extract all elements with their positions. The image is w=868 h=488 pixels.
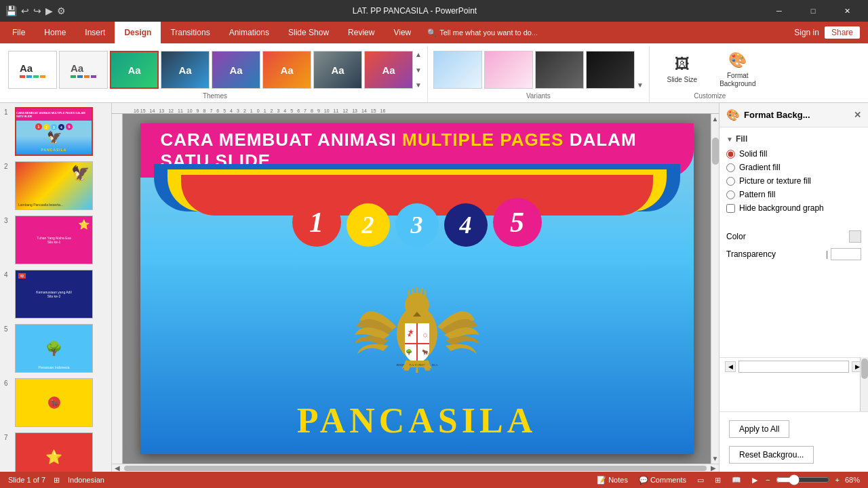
present-icon[interactable]: ▶ — [45, 5, 53, 16]
slide-sorter-button[interactable]: ⊞ — [712, 474, 724, 486]
redo-icon[interactable]: ↪ — [33, 5, 41, 16]
format-panel-close[interactable]: ✕ — [854, 110, 861, 120]
variant-1[interactable] — [433, 51, 482, 89]
scrollbar-thumb-h[interactable] — [124, 466, 707, 471]
slide-thumb-7[interactable]: ⭐ — [15, 432, 93, 472]
slide-thumb-4[interactable]: Kemanusiaan yang AdilSila ke-2 ⛓ — [15, 270, 93, 319]
pattern-fill-radio[interactable] — [726, 190, 735, 199]
horizontal-scrollbar[interactable]: ◀ ▶ — [112, 464, 719, 472]
variant-3[interactable] — [535, 51, 584, 89]
slideshow-button[interactable]: ▶ — [749, 474, 760, 486]
tab-view[interactable]: View — [384, 22, 420, 43]
variants-expand[interactable]: ▼ — [637, 81, 644, 89]
format-background-button[interactable]: 🎨 Format Background — [711, 49, 765, 90]
normal-view-button[interactable]: ▭ — [694, 474, 707, 486]
scroll-left-btn[interactable]: ◀ — [115, 464, 120, 472]
notes-button[interactable]: 📝 Notes — [594, 474, 631, 486]
undo-icon[interactable]: ↩ — [21, 5, 29, 16]
maximize-button[interactable]: □ — [797, 0, 829, 22]
slide-size-button[interactable]: 🖼 Slide Size — [655, 49, 709, 90]
tab-file[interactable]: File — [3, 22, 35, 43]
pattern-fill-option[interactable]: Pattern fill — [726, 190, 861, 199]
share-button[interactable]: Share — [825, 26, 860, 39]
number-button-4[interactable]: 4 — [444, 203, 488, 247]
reading-view-button[interactable]: 📖 — [729, 474, 744, 486]
transparency-input[interactable]: 0% — [831, 248, 861, 260]
themes-expand[interactable]: ▼ — [415, 81, 422, 89]
svg-text:🐂: 🐂 — [422, 348, 429, 355]
theme-4[interactable]: Aa — [161, 51, 210, 89]
number-button-1[interactable]: 1 — [292, 198, 341, 247]
close-button[interactable]: ✕ — [831, 0, 863, 22]
vertical-scrollbar[interactable]: ▲ ▼ — [711, 114, 719, 464]
theme-5[interactable]: Aa — [212, 51, 260, 89]
theme-7[interactable]: Aa — [313, 51, 362, 89]
number-button-3[interactable]: 3 — [395, 203, 439, 247]
solid-fill-radio[interactable] — [726, 150, 735, 159]
panel-scroll-left[interactable]: ◀ — [725, 361, 736, 372]
slide-item-2[interactable]: 2 🦅 Lambang Pancasila beserta... — [3, 160, 108, 211]
tab-animations[interactable]: Animations — [220, 22, 279, 43]
solid-fill-option[interactable]: Solid fill — [726, 149, 861, 159]
zoom-level[interactable]: 68% — [845, 476, 860, 484]
tab-design[interactable]: Design — [115, 22, 161, 43]
themes-scroll-up[interactable]: ▲ — [415, 51, 422, 58]
variant-2[interactable] — [484, 51, 533, 89]
themes-scroll-down[interactable]: ▼ — [415, 66, 422, 74]
minimize-button[interactable]: ─ — [764, 0, 795, 22]
tell-me-input[interactable]: Tell me what you want to do... — [439, 28, 538, 37]
theme-6[interactable]: Aa — [262, 51, 311, 89]
comments-button[interactable]: 💬 Comments — [636, 474, 689, 486]
number-button-2[interactable]: 2 — [347, 203, 390, 247]
color-picker[interactable] — [849, 230, 861, 243]
slide-item-3[interactable]: 3 Tuhan Yang Maha EsaSila ke-1 ⭐ — [3, 214, 108, 266]
language-indicator[interactable]: Indonesian — [68, 476, 104, 484]
hide-background-checkbox[interactable] — [726, 204, 735, 213]
slide-item-5[interactable]: 5 🌳 Persatuan Indonesia — [3, 323, 108, 374]
tab-review[interactable]: Review — [338, 22, 384, 43]
slide-thumb-6[interactable]: 🐂 — [15, 378, 93, 427]
reset-background-button[interactable]: Reset Backgrou... — [729, 446, 814, 464]
theme-8[interactable]: Aa — [364, 51, 413, 89]
main-slide[interactable]: CARA MEMBUAT ANIMASI MULTIPLE PAGES DALA… — [140, 123, 694, 454]
tab-insert[interactable]: Insert — [75, 22, 115, 43]
slide-thumb-1[interactable]: CARA MEMBUAT ANIMASI MULTIPLE PAGES DALA… — [15, 107, 93, 156]
save-icon[interactable]: 💾 — [5, 5, 17, 16]
comments-icon: 💬 — [639, 476, 648, 485]
panel-scroll-input[interactable] — [738, 361, 849, 373]
theme-3[interactable]: Aa — [110, 51, 159, 89]
slide-thumb-2[interactable]: 🦅 Lambang Pancasila beserta... — [15, 161, 93, 210]
tab-slideshow[interactable]: Slide Show — [279, 22, 338, 43]
slide-thumb-5[interactable]: 🌳 Persatuan Indonesia — [15, 324, 93, 373]
more-icon[interactable]: ⚙ — [57, 5, 66, 16]
slide-canvas[interactable]: CARA MEMBUAT ANIMASI MULTIPLE PAGES DALA… — [123, 114, 711, 464]
slide-item-7[interactable]: 7 ⭐ — [3, 431, 108, 472]
quick-access-toolbar[interactable]: 💾 ↩ ↪ ▶ ⚙ — [5, 5, 66, 16]
number-button-5[interactable]: 5 — [493, 198, 542, 247]
fill-expand-icon[interactable]: ▼ — [726, 136, 733, 143]
theme-2[interactable]: Aa — [59, 51, 108, 89]
picture-texture-radio[interactable] — [726, 177, 735, 186]
gradient-fill-option[interactable]: Gradient fill — [726, 163, 861, 172]
window-controls[interactable]: ─ □ ✕ — [764, 0, 863, 22]
picture-texture-option[interactable]: Picture or texture fill — [726, 176, 861, 186]
tab-transitions[interactable]: Transitions — [161, 22, 219, 43]
slide-thumb-3[interactable]: Tuhan Yang Maha EsaSila ke-1 ⭐ — [15, 216, 93, 264]
scroll-right-btn[interactable]: ▶ — [711, 464, 716, 472]
zoom-slider[interactable] — [776, 474, 830, 485]
slide-item-6[interactable]: 6 🐂 — [3, 377, 108, 428]
zoom-plus[interactable]: + — [835, 476, 840, 484]
sign-in-area[interactable]: Sign in Share — [794, 22, 868, 43]
sign-in-button[interactable]: Sign in — [794, 28, 819, 37]
scrollbar-thumb-v[interactable] — [712, 138, 719, 165]
fit-slide-icon[interactable]: ⊞ — [54, 476, 60, 485]
gradient-fill-radio[interactable] — [726, 163, 735, 172]
slide-item-1[interactable]: 1 CARA MEMBUAT ANIMASI MULTIPLE PAGES DA… — [3, 106, 108, 157]
variant-4[interactable] — [586, 51, 635, 89]
apply-to-all-button[interactable]: Apply to All — [729, 420, 789, 438]
slide-item-4[interactable]: 4 Kemanusiaan yang AdilSila ke-2 ⛓ — [3, 268, 108, 320]
tab-home[interactable]: Home — [35, 22, 75, 43]
hide-background-option[interactable]: Hide background graph — [726, 203, 861, 213]
theme-office[interactable]: Aa — [8, 51, 57, 89]
zoom-minus[interactable]: − — [766, 476, 770, 484]
